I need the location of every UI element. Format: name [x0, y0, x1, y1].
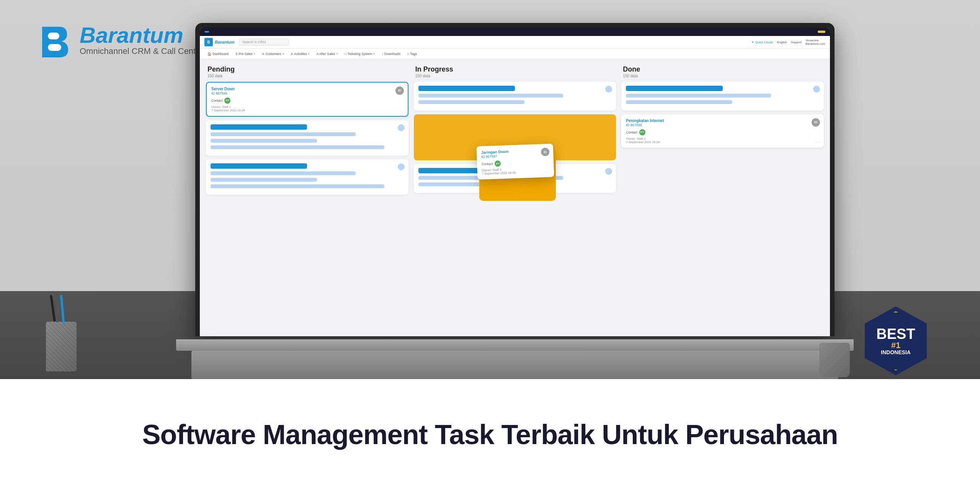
placeholder-bar-s-p1	[418, 100, 525, 104]
card-owner-done-1: Owner: Staff 2	[626, 137, 819, 140]
card-title-peningkatan: Peningkatan Internet	[626, 118, 819, 123]
crm-search-input[interactable]: Search in CRM	[239, 39, 289, 46]
column-inprogress-header: In Progress 150 data	[414, 65, 616, 78]
card-dots-done-1: ···	[816, 140, 820, 145]
task-card-peningkatan[interactable]: ID Peningkatan Internet ID 867598 Contac…	[621, 114, 824, 148]
header-right: ✦ Quick Create English Support Yesamine …	[751, 39, 825, 46]
placeholder-accent-bar	[211, 124, 307, 130]
placeholder-accent-d1	[626, 86, 722, 91]
nav-customers[interactable]: A Customers ▾	[259, 50, 287, 58]
laptop-base	[176, 339, 854, 351]
language-selector[interactable]: English	[777, 41, 787, 44]
best-text: BEST	[876, 327, 915, 341]
placeholder-accent-p1	[418, 86, 515, 91]
placeholder-card-pending-3[interactable]	[206, 160, 408, 195]
daftar-button[interactable]	[818, 31, 825, 33]
gray-cup	[819, 343, 850, 377]
column-inprogress-title: In Progress	[415, 65, 615, 74]
column-pending-title: Pending	[207, 65, 407, 74]
nav-aftersales[interactable]: A After Sales ▾	[314, 50, 341, 58]
contact-avatar-1: PY	[224, 98, 230, 104]
floating-card-jaringan-down[interactable]: ID Jaringan Down ID 867597 Contact PY Ow…	[477, 143, 554, 179]
crm-header: B Barantum Search in CRM ✦ Quick Create …	[200, 36, 830, 49]
bottom-title: Software Management Task Terbaik Untuk P…	[142, 419, 838, 450]
floating-card-dots: ···	[546, 170, 550, 174]
placeholder-bar-med	[211, 132, 356, 136]
floating-card-contact: Contact PY	[482, 159, 549, 167]
crm-logo: B Barantum	[204, 38, 234, 46]
crm-app: B Barantum Search in CRM ✦ Quick Create …	[200, 28, 830, 336]
column-inprogress-count: 150 data	[415, 74, 615, 78]
placeholder-bar-long	[211, 145, 384, 149]
column-pending-header: Pending 150 data	[206, 65, 408, 78]
best-badge: BEST #1 INDONESIA	[858, 299, 934, 383]
banner-left	[204, 31, 212, 33]
placeholder-bar-s-d1	[626, 100, 732, 104]
laptop-screen-outer: B Barantum Search in CRM ✦ Quick Create …	[195, 23, 835, 336]
nav-activities[interactable]: A Activities ▾	[288, 50, 313, 58]
placeholder-dot-p1	[605, 86, 612, 93]
contact-avatar-done-1: PY	[639, 129, 645, 135]
nav-tags[interactable]: □ Tags	[404, 50, 420, 58]
best-country: INDONESIA	[881, 350, 911, 355]
card-date-done-1: 7 September 2022 16:28	[626, 140, 819, 144]
column-done-header: Done 150 data	[621, 65, 824, 78]
nav-presales[interactable]: S Pre Sales ▾	[232, 50, 258, 58]
floating-contact-avatar: PY	[495, 160, 501, 167]
user-info: Yesamine Barantum.com	[805, 39, 825, 46]
placeholder-dot	[398, 124, 405, 131]
crm-logo-text: Barantum	[215, 40, 234, 44]
card-badge-pending-1: ID	[395, 86, 404, 95]
pen-holder-mesh	[46, 322, 77, 371]
crm-navigation: 🏠 Dashboard S Pre Sales ▾ A Customers ▾ …	[200, 49, 830, 59]
card-contact-server-down: Contact PY	[211, 98, 403, 104]
card-badge-done-1: ID	[812, 118, 820, 127]
nav-ticketing[interactable]: □ Ticketing System ▾	[342, 50, 378, 58]
card-dots-1: ···	[399, 109, 403, 113]
support-link[interactable]: Support	[791, 41, 802, 44]
nav-dashboard[interactable]: 🏠 Dashboard	[204, 50, 232, 58]
placeholder-bar-p1	[418, 94, 564, 98]
placeholder-bar-med-3	[211, 171, 356, 175]
barantum-logo-icon	[38, 23, 73, 57]
placeholder-bar-long-3	[211, 184, 384, 188]
column-pending: Pending 150 data ID Server Down ID 86759…	[206, 65, 408, 330]
card-date-1: 7 September 2022 16:28	[211, 109, 403, 112]
placeholder-accent-bar-3	[211, 163, 307, 169]
column-done-count: 150 data	[623, 74, 822, 78]
card-id-peningkatan: ID 867598	[626, 123, 819, 127]
column-pending-count: 150 data	[207, 74, 407, 78]
best-number: #1	[891, 341, 900, 350]
hexagon-outer: BEST #1 INDONESIA	[861, 306, 930, 375]
laptop: B Barantum Search in CRM ✦ Quick Create …	[176, 23, 854, 379]
placeholder-dot-d1	[813, 86, 820, 93]
card-id-server-down: ID 867596	[211, 91, 403, 95]
hexagon-inner: BEST #1 INDONESIA	[866, 311, 926, 371]
quick-create[interactable]: ✦ Quick Create	[751, 41, 773, 44]
placeholder-card-progress-1[interactable]	[414, 82, 616, 111]
placeholder-dot-3	[398, 163, 405, 170]
laptop-keyboard	[191, 351, 838, 379]
svg-rect-2	[48, 44, 61, 51]
svg-rect-1	[48, 33, 59, 39]
placeholder-card-done-1[interactable]	[621, 82, 824, 111]
column-done: Done 150 data ID Pen	[621, 65, 824, 330]
card-contact-peningkatan: Contact PY	[626, 129, 819, 135]
bottom-section: Software Management Task Terbaik Untuk P…	[0, 379, 980, 490]
placeholder-bar-d1	[626, 94, 771, 98]
placeholder-bar-short	[211, 139, 317, 143]
time-badge	[204, 31, 209, 33]
column-done-title: Done	[623, 65, 822, 74]
laptop-screen: B Barantum Search in CRM ✦ Quick Create …	[200, 28, 830, 336]
card-title-server-down: Server Down	[211, 86, 403, 91]
task-card-server-down[interactable]: ID Server Down ID 867596 Contact PY Owne…	[206, 82, 408, 117]
training-banner	[200, 28, 830, 36]
placeholder-dot-p3	[605, 168, 612, 175]
pen-holder	[38, 303, 84, 371]
crm-logo-icon: B	[204, 38, 213, 46]
card-owner-1: Owner: Staff 1	[211, 105, 403, 109]
placeholder-bar-short-3	[211, 178, 317, 182]
nav-downloads[interactable]: ↓ Downloads	[379, 50, 403, 58]
placeholder-card-pending-2[interactable]	[206, 120, 408, 156]
